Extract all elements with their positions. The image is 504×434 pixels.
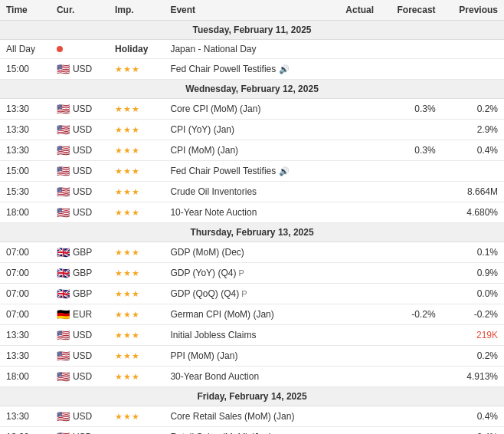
importance-stars: ★★★: [115, 208, 139, 218]
star: ★: [115, 104, 123, 114]
currency-code: USD: [73, 104, 92, 114]
event-time: 07:00: [0, 304, 51, 325]
event-importance: ★★★: [109, 242, 164, 263]
event-time: 18:00: [0, 367, 51, 387]
event-time: 13:30: [0, 406, 51, 427]
table-row: 13:30🇺🇸USD★★★CPI (YoY) (Jan)2.9%: [0, 120, 504, 140]
event-time: 07:00: [0, 263, 51, 284]
currency-code: GBP: [73, 288, 92, 299]
event-text: GDP (YoY) (Q4): [170, 268, 236, 278]
event-text: PPI (MoM) (Jan): [170, 350, 237, 361]
event-forecast: [380, 325, 442, 346]
event-text: Initial Jobless Claims: [170, 330, 256, 340]
star: ★: [123, 372, 131, 382]
event-name: GDP (YoY) (Q4)P: [164, 263, 330, 284]
event-actual: [331, 161, 380, 182]
section-header-cell: Friday, February 14, 2025: [0, 387, 504, 406]
importance-stars: ★★★: [115, 146, 139, 156]
event-forecast: [380, 367, 442, 387]
event-previous: -0.2%: [442, 304, 504, 325]
event-forecast: [380, 182, 442, 202]
event-importance: ★★★: [109, 406, 164, 427]
event-forecast: [380, 40, 442, 59]
event-actual: [331, 202, 380, 223]
importance-stars: ★★★: [115, 330, 139, 340]
event-name: CPI (YoY) (Jan): [164, 120, 330, 140]
event-previous: [442, 59, 504, 80]
event-previous: 4.680%: [442, 202, 504, 223]
sound-icon: 🔊: [279, 166, 290, 176]
event-time: 07:00: [0, 284, 51, 304]
table-row: 13:30🇺🇸USD★★★Initial Jobless Claims219K: [0, 325, 504, 346]
event-text: Japan - National Day: [170, 44, 256, 54]
section-header-cell: Wednesday, February 12, 2025: [0, 80, 504, 99]
star: ★: [123, 187, 131, 197]
event-currency: 🇺🇸USD: [51, 182, 109, 202]
event-forecast: -0.2%: [380, 304, 442, 325]
flag-emoji: 🇩🇪: [57, 308, 70, 321]
importance-stars: ★★★: [115, 412, 139, 422]
table-row: 18:00🇺🇸USD★★★30-Year Bond Auction4.913%: [0, 367, 504, 387]
table-row: 07:00🇬🇧GBP★★★GDP (MoM) (Dec)0.1%: [0, 242, 504, 263]
importance-stars: ★★★: [115, 310, 139, 320]
event-name: CPI (MoM) (Jan): [164, 140, 330, 161]
event-actual: [331, 140, 380, 161]
importance-stars: ★★★: [115, 351, 139, 361]
currency-code: USD: [73, 64, 92, 74]
event-text: GDP (QoQ) (Q4): [170, 288, 239, 299]
star: ★: [132, 268, 139, 278]
importance-stars: ★★★: [115, 104, 139, 114]
star: ★: [115, 146, 123, 156]
event-importance: ★★★: [109, 263, 164, 284]
table-row: 13:30🇺🇸USD★★★Retail Sales (MoM) (Jan)0.4…: [0, 427, 504, 435]
star: ★: [123, 330, 131, 340]
event-previous: 0.4%: [442, 140, 504, 161]
event-time: 13:30: [0, 120, 51, 140]
currency-flag: 🇺🇸USD: [57, 206, 92, 219]
event-name: Japan - National Day: [164, 40, 330, 59]
event-name: GDP (QoQ) (Q4)P: [164, 284, 330, 304]
flag-emoji: 🇺🇸: [57, 329, 70, 341]
currency-flag: 🇺🇸USD: [57, 329, 92, 341]
table-row: 15:00🇺🇸USD★★★Fed Chair Powell Testifies🔊: [0, 59, 504, 80]
event-name: 10-Year Note Auction: [164, 202, 330, 223]
event-name: Core Retail Sales (MoM) (Jan): [164, 406, 330, 427]
star: ★: [115, 208, 123, 218]
event-previous: [442, 40, 504, 59]
currency-flag: 🇺🇸USD: [57, 144, 92, 156]
currency-flag: 🇺🇸USD: [57, 63, 92, 75]
star: ★: [115, 289, 123, 299]
event-forecast: [380, 202, 442, 223]
importance-stars: ★★★: [115, 166, 139, 176]
star: ★: [132, 208, 139, 218]
flag-emoji: 🇺🇸: [57, 410, 70, 422]
event-importance: ★★★: [109, 59, 164, 80]
event-forecast: 0.3%: [380, 99, 442, 120]
section-header-row: Tuesday, February 11, 2025: [0, 21, 504, 40]
star: ★: [115, 166, 123, 176]
event-actual: [331, 40, 380, 59]
star: ★: [115, 412, 123, 422]
table-row: 15:30🇺🇸USD★★★Crude Oil Inventories8.664M: [0, 182, 504, 202]
event-previous: 8.664M: [442, 182, 504, 202]
star: ★: [132, 125, 139, 135]
event-currency: [51, 40, 109, 59]
currency-code: USD: [73, 145, 92, 156]
event-previous: 0.2%: [442, 346, 504, 367]
star: ★: [115, 330, 123, 340]
event-currency: 🇬🇧GBP: [51, 284, 109, 304]
flag-emoji: 🇬🇧: [57, 288, 70, 300]
event-importance: ★★★: [109, 304, 164, 325]
star: ★: [123, 268, 131, 278]
event-actual: [331, 284, 380, 304]
event-currency: 🇺🇸USD: [51, 161, 109, 182]
section-header-row: Wednesday, February 12, 2025: [0, 80, 504, 99]
event-forecast: [380, 346, 442, 367]
event-previous: 219K: [442, 325, 504, 346]
star: ★: [115, 310, 123, 320]
preliminary-badge: P: [241, 289, 247, 298]
table-row: 13:30🇺🇸USD★★★Core CPI (MoM) (Jan)0.3%0.2…: [0, 99, 504, 120]
importance-stars: ★★★: [115, 125, 139, 135]
event-previous: [442, 161, 504, 182]
event-time: 18:00: [0, 202, 51, 223]
